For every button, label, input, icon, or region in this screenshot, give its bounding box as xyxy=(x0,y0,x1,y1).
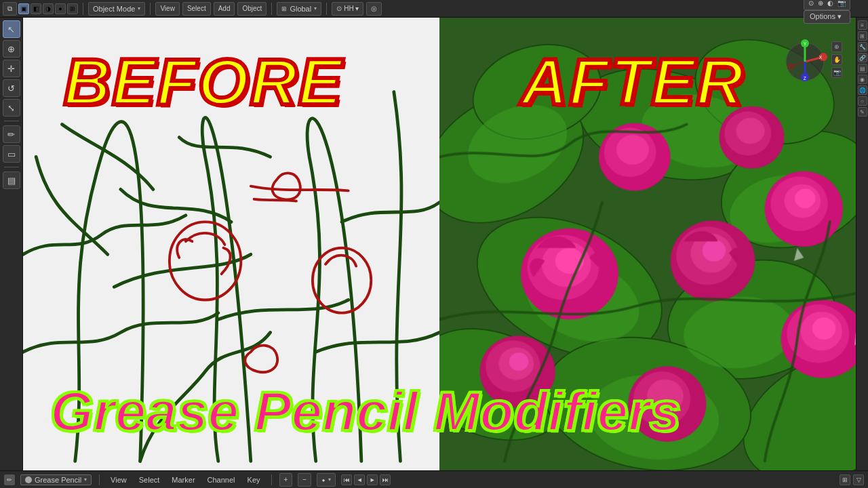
scale-tool-btn[interactable]: ⤡ xyxy=(3,99,20,117)
sidebar-brush-btn[interactable]: ✎ xyxy=(858,107,867,117)
left-toolbar: ↖ ⊕ ✛ ↺ ⤡ ✏ ▭ ▤ xyxy=(0,18,23,470)
svg-text:X: X xyxy=(819,55,823,60)
extra-icon[interactable]: ⊞ xyxy=(67,3,78,14)
svg-marker-51 xyxy=(794,248,804,261)
wireframe-icon[interactable]: ▣ xyxy=(18,3,29,14)
select-menu[interactable]: Select xyxy=(182,2,211,16)
global-chevron: ▾ xyxy=(314,5,317,12)
mode-label: Object Mode xyxy=(93,5,135,13)
sidebar-data-btn[interactable]: ▤ xyxy=(858,64,867,73)
main-viewport: BEFORE xyxy=(23,18,856,470)
sep-3 xyxy=(271,3,272,15)
add-menu[interactable]: Add xyxy=(214,2,235,16)
svg-point-29 xyxy=(703,239,726,262)
snap-btn[interactable]: ⊙ HH ▾ xyxy=(332,2,363,16)
pencil-icon: ✏ xyxy=(4,474,15,485)
move-icon: ✛ xyxy=(7,64,15,74)
viewport-shading-icon: ◐ xyxy=(827,0,833,7)
zoom-btn[interactable]: ⊕ xyxy=(831,41,842,52)
material-icon[interactable]: ◑ xyxy=(43,3,54,14)
cursor-tool-btn[interactable]: ⊕ xyxy=(3,40,20,58)
svg-text:Y: Y xyxy=(804,41,807,46)
sep-1 xyxy=(83,3,83,15)
right-sidebar: ≡ ⊞ 🔧 🔗 ▤ ◉ 🌐 ○ ✎ xyxy=(856,18,868,470)
rotate-tool-btn[interactable]: ↺ xyxy=(3,79,20,97)
after-label: AFTER xyxy=(521,45,745,119)
jump-start-btn[interactable]: ⏮ xyxy=(341,474,352,485)
gizmo-svg: X Y Z xyxy=(781,38,829,85)
sidebar-scene-btn[interactable]: 🌐 xyxy=(858,85,867,95)
rotate-icon: ↺ xyxy=(7,83,15,94)
mode-chevron: ▾ xyxy=(138,5,140,12)
bar-sep-1 xyxy=(99,474,100,485)
object-menu[interactable]: Object xyxy=(237,2,267,16)
sidebar-select-btn[interactable]: ⊞ xyxy=(858,31,867,41)
svg-point-37 xyxy=(509,352,529,371)
svg-text:Z: Z xyxy=(804,76,807,81)
options-button-container: ⊙ ⊕ ◐ 📷 Options ▾ xyxy=(804,0,850,24)
scale-icon: ⤡ xyxy=(7,103,15,113)
gizmo-controls: ⊕ ✋ 📷 xyxy=(831,41,842,78)
options-dropdown-btn[interactable]: Options ▾ xyxy=(804,10,850,24)
bottom-key-menu[interactable]: Key xyxy=(244,475,264,485)
svg-point-47 xyxy=(616,135,649,165)
sidebar-world-btn[interactable]: ○ xyxy=(858,96,867,106)
jump-end-btn[interactable]: ⏭ xyxy=(380,474,391,485)
move-tool-btn[interactable]: ✛ xyxy=(3,60,20,77)
gp-chevron: ▾ xyxy=(84,476,87,483)
sidebar-constraint-btn[interactable]: 🔗 xyxy=(858,53,867,62)
bottom-select-menu[interactable]: Select xyxy=(136,475,163,485)
bottom-view-menu[interactable]: View xyxy=(107,475,130,485)
select-tool-btn[interactable]: ↖ xyxy=(3,20,20,38)
sidebar-modifier-btn[interactable]: 🔧 xyxy=(858,42,867,52)
layer-tool-btn[interactable]: ▤ xyxy=(3,171,20,189)
filter-icon[interactable]: ▽ xyxy=(853,474,864,485)
remove-keyframe-btn[interactable]: − xyxy=(298,473,311,487)
transform-icon: ⊞ xyxy=(281,5,287,12)
proportional-icon: ◎ xyxy=(371,5,377,12)
tool-separator xyxy=(4,121,19,121)
prev-frame-btn[interactable]: ◄ xyxy=(354,474,365,485)
mode-selector[interactable]: Object Mode ▾ xyxy=(88,2,145,16)
global-selector[interactable]: ⊞ Global ▾ xyxy=(277,2,321,16)
fill-icon: ▭ xyxy=(7,149,16,159)
proportional-btn[interactable]: ◎ xyxy=(366,2,382,16)
editor-type-icon: ⧉ xyxy=(7,5,12,13)
editor-type-btn[interactable]: ⧉ xyxy=(3,2,17,16)
bottom-marker-menu[interactable]: Marker xyxy=(168,475,198,485)
bottom-statusbar: ✏ Grease Pencil ▾ View Select Marker Cha… xyxy=(0,470,868,488)
view-menu[interactable]: View xyxy=(155,2,180,16)
bottom-right-icons: ⊞ ▽ xyxy=(840,474,864,485)
solid-icon[interactable]: ◧ xyxy=(31,3,41,14)
pan-btn[interactable]: ✋ xyxy=(831,54,842,65)
sep-2 xyxy=(150,3,151,15)
render-icon[interactable]: ● xyxy=(55,3,66,14)
top-right-icons[interactable]: ⊙ ⊕ ◐ 📷 xyxy=(804,0,850,10)
fill-tool-btn[interactable]: ▭ xyxy=(3,145,20,163)
svg-point-59 xyxy=(787,63,794,70)
sidebar-properties-btn[interactable]: ≡ xyxy=(858,20,867,30)
render-icon: 📷 xyxy=(837,0,846,7)
svg-point-41 xyxy=(812,317,836,340)
svg-point-50 xyxy=(736,118,764,144)
draw-tool-btn[interactable]: ✏ xyxy=(3,125,20,143)
layer-icon: ▤ xyxy=(7,176,16,186)
sep-4 xyxy=(326,3,327,15)
onion-skin-icon[interactable]: ⊞ xyxy=(840,474,850,485)
select-icon: ↖ xyxy=(7,24,15,35)
sidebar-render-btn[interactable]: ◉ xyxy=(858,75,867,84)
grease-pencil-selector[interactable]: Grease Pencil ▾ xyxy=(20,474,92,485)
playback-controls: ⏮ ◄ ► ⏭ xyxy=(341,474,391,485)
cursor-icon: ⊕ xyxy=(7,44,15,54)
camera-btn[interactable]: 📷 xyxy=(831,67,842,78)
before-label: BEFORE xyxy=(64,45,343,119)
bar-sep-2 xyxy=(271,474,272,485)
editor-type-icons: ⧉ ▣ ◧ ◑ ● ⊞ xyxy=(3,2,78,16)
svg-point-33 xyxy=(795,188,816,208)
navigation-gizmo[interactable]: X Y Z ⊕ ✋ 📷 xyxy=(781,38,829,85)
bottom-channel-menu[interactable]: Channel xyxy=(204,475,239,485)
next-frame-btn[interactable]: ► xyxy=(367,474,378,485)
keyframe-type-selector[interactable]: ⬥ ▾ xyxy=(317,473,336,487)
add-keyframe-btn[interactable]: + xyxy=(279,473,293,487)
tool-separator-2 xyxy=(4,167,19,167)
